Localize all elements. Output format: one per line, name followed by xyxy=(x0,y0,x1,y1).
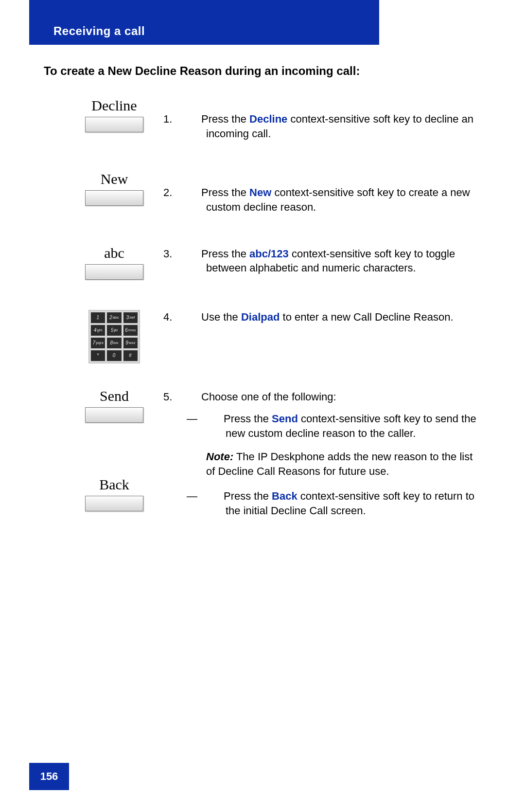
content-area: To create a New Decline Reason during an… xyxy=(29,45,496,518)
step-number: 1. xyxy=(185,112,201,126)
softkey-button-icon xyxy=(85,190,143,206)
keyword: 123 xyxy=(271,248,289,260)
step-row: 1 2abc 3def 4ghi 5jkl 6mno 7pqrs 8tuv 9w… xyxy=(44,310,481,363)
softkey-button-icon xyxy=(85,117,143,132)
step-text: 2.Press the New context-sensitive soft k… xyxy=(185,171,481,214)
step-text: 3.Press the abc/123 context-sensitive so… xyxy=(185,245,481,275)
text: Use the xyxy=(201,311,241,323)
softkey-graphic-group: Send Back xyxy=(44,388,185,511)
dialpad-key: 1 xyxy=(91,312,105,323)
softkey-graphic: Send xyxy=(85,388,143,423)
note-label: Note: xyxy=(206,451,233,463)
header-title: Receiving a call xyxy=(53,24,145,38)
text: Press the xyxy=(224,490,272,502)
dash-icon: — xyxy=(206,489,224,504)
note-text: The IP Deskphone adds the new reason to … xyxy=(206,451,472,477)
dash-icon: — xyxy=(206,412,224,426)
step-number: 3. xyxy=(185,247,201,261)
keyword: Decline xyxy=(249,113,287,125)
softkey-graphic: Back xyxy=(85,476,143,511)
step-row: New 2.Press the New context-sensitive so… xyxy=(44,171,481,214)
step-text: 1.Press the Decline context-sensitive so… xyxy=(185,97,481,141)
note-block: Note: The IP Deskphone adds the new reas… xyxy=(185,450,481,478)
sub-option: —Press the Send context-sensitive soft k… xyxy=(185,412,481,440)
keyword: abc xyxy=(249,248,268,260)
text: Press the xyxy=(224,413,272,425)
text: Press the xyxy=(201,186,249,198)
step-number: 4. xyxy=(185,310,201,325)
keyword: Dialpad xyxy=(241,311,280,323)
steps-list: Decline 1.Press the Decline context-sens… xyxy=(44,97,481,518)
document-page: Receiving a call To create a New Decline… xyxy=(0,0,525,812)
dialpad-key: 9wxz xyxy=(123,338,138,348)
header-bar: Receiving a call xyxy=(29,0,379,45)
text: Press the xyxy=(201,248,249,260)
softkey-button-icon xyxy=(85,496,143,511)
text: Press the xyxy=(201,113,249,125)
dialpad-icon: 1 2abc 3def 4ghi 5jkl 6mno 7pqrs 8tuv 9w… xyxy=(88,310,140,363)
keyword: Send xyxy=(272,413,298,425)
step-number: 2. xyxy=(185,185,201,200)
dialpad-key: 4ghi xyxy=(91,325,105,336)
dialpad-key: 7pqrs xyxy=(91,338,105,348)
step-text: 4.Use the Dialpad to enter a new Call De… xyxy=(185,310,481,325)
dialpad-key: 3def xyxy=(123,312,138,323)
dialpad-key: 6mno xyxy=(123,325,138,336)
softkey-label: Decline xyxy=(91,97,137,114)
step-row: Send Back 5.Choose one of the following:… xyxy=(44,388,481,518)
softkey-label: Send xyxy=(100,388,129,404)
softkey-label: abc xyxy=(104,245,124,261)
keyword: Back xyxy=(272,490,298,502)
step-row: Decline 1.Press the Decline context-sens… xyxy=(44,97,481,141)
step-number: 5. xyxy=(185,390,201,404)
dialpad-key: 8tuv xyxy=(107,338,121,348)
dialpad-key: * xyxy=(91,350,105,361)
softkey-label: Back xyxy=(99,476,129,493)
dialpad-key: # xyxy=(123,350,138,361)
keyword: New xyxy=(249,186,271,198)
step-text: 5.Choose one of the following: —Press th… xyxy=(185,388,481,518)
page-number: 156 xyxy=(29,763,69,790)
softkey-button-icon xyxy=(85,407,143,423)
softkey-label: New xyxy=(101,171,128,187)
softkey-button-icon xyxy=(85,264,143,280)
step-row: abc 3.Press the abc/123 context-sensitiv… xyxy=(44,245,481,280)
dialpad-key: 2abc xyxy=(107,312,121,323)
text: Choose one of the following: xyxy=(201,391,336,403)
dialpad-key: 5jkl xyxy=(107,325,121,336)
dialpad-key: 0 xyxy=(107,350,121,361)
text: to enter a new Call Decline Reason. xyxy=(280,311,453,323)
sub-option: —Press the Back context-sensitive soft k… xyxy=(185,489,481,518)
section-heading: To create a New Decline Reason during an… xyxy=(44,64,481,78)
